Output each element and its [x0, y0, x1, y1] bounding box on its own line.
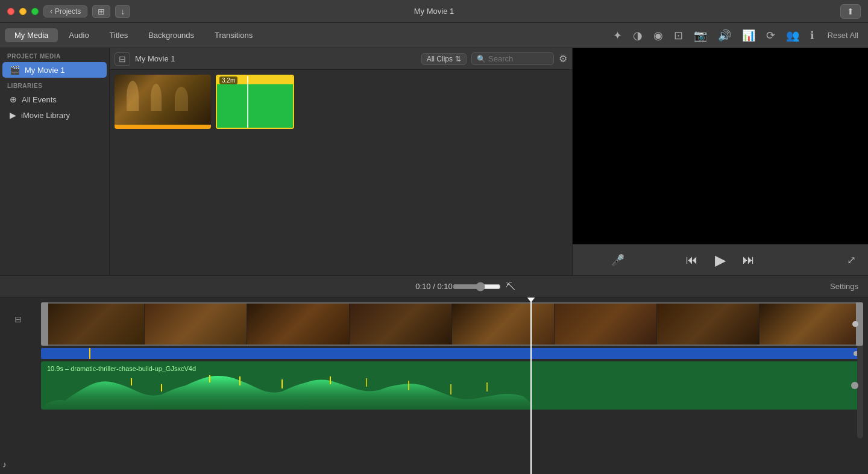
music-waveform [41, 373, 535, 410]
music-note-icon: ♪ [2, 460, 7, 469]
clip-duration-badge: 3.2m [219, 76, 237, 84]
zoom-slider[interactable] [453, 282, 501, 292]
clip-filter-dropdown[interactable]: All Clips ⇅ [421, 53, 467, 65]
timeline-time-display: 0:10 / 0:10 [415, 282, 452, 291]
track-end-dot [852, 321, 858, 327]
tab-audio[interactable]: Audio [59, 28, 98, 42]
view-toggle-button[interactable]: ⊞ [92, 5, 110, 18]
titlebar: ‹ Projects ⊞ ↓ My Movie 1 ⬆ [0, 0, 868, 23]
timeline-header: 0:10 / 0:10 ⛏ Settings [0, 276, 868, 298]
expand-icon: ⤢ [847, 254, 856, 266]
chart-icon[interactable]: 📊 [740, 28, 758, 43]
audio-tick [89, 348, 90, 359]
all-clips-label: All Clips [427, 55, 453, 63]
sidebar-project-name: My Movie 1 [25, 66, 64, 75]
download-button[interactable]: ↓ [115, 5, 130, 18]
layout-icon: ⊟ [119, 54, 126, 64]
video-frame-7 [657, 304, 760, 345]
magic-wand-icon[interactable]: ✦ [611, 28, 624, 43]
music-track[interactable]: 10.9s – dramatic-thriller-chase-build-up… [41, 361, 863, 410]
crop-icon[interactable]: ⊡ [671, 28, 685, 43]
skip-forward-icon: ⏭ [743, 253, 755, 266]
contrast-icon[interactable]: ◑ [631, 28, 645, 43]
tab-transitions[interactable]: Transitions [205, 28, 262, 42]
people-icon[interactable]: 👥 [784, 28, 802, 43]
playhead[interactable] [530, 298, 532, 474]
chevron-left-icon: ‹ [50, 7, 52, 16]
video-frame-1 [42, 304, 145, 345]
libraries-label: LIBRARIES [0, 78, 109, 92]
tab-my-media[interactable]: My Media [5, 28, 58, 42]
filter-settings-button[interactable]: ⚙ [559, 53, 567, 64]
volume-icon[interactable]: 🔊 [715, 28, 734, 43]
layout-toggle-button[interactable]: ⊟ [115, 52, 130, 66]
camera-icon[interactable]: 📷 [691, 28, 709, 43]
preview-controls: 🎤 ⏮ ▶ ⏭ ⤢ [573, 244, 868, 275]
clip-progress-line [247, 76, 248, 128]
tab-backgrounds[interactable]: Backgrounds [139, 28, 204, 42]
video-frame-8 [760, 304, 862, 345]
color-wheel-icon[interactable]: ◉ [651, 28, 665, 43]
imovie-library-label: iMovie Library [21, 111, 70, 120]
reset-all-button[interactable]: Reset All [828, 31, 858, 40]
clock-icon[interactable]: ⟳ [764, 28, 778, 43]
music-track-dot [851, 382, 858, 389]
search-icon: 🔍 [477, 55, 486, 63]
main-toolbar: My Media Audio Titles Backgrounds Transi… [0, 23, 868, 48]
skip-back-button[interactable]: ⏮ [684, 251, 700, 269]
preview-area: 🎤 ⏮ ▶ ⏭ ⤢ [573, 48, 868, 275]
download-icon: ↓ [121, 7, 125, 16]
playhead-head [526, 298, 536, 302]
share-button[interactable]: ⬆ [840, 4, 861, 19]
track-handle-left[interactable] [41, 302, 48, 346]
video-frame-2 [145, 304, 247, 345]
sidebar-item-all-events[interactable]: ⊕ All Events [2, 92, 107, 107]
sidebar-item-imovie-library[interactable]: ▶ iMovie Library [2, 107, 107, 123]
track-ctrl-icon: ⊟ [14, 314, 22, 324]
projects-label: Projects [55, 7, 81, 16]
sidebar: PROJECT MEDIA 🎬 My Movie 1 LIBRARIES ⊕ A… [0, 48, 110, 275]
video-frame-5 [452, 304, 555, 345]
play-icon: ▶ [715, 252, 726, 268]
audio-sync-bar [41, 348, 863, 359]
microphone-button[interactable]: 🎤 [609, 251, 627, 269]
skip-back-icon: ⏮ [686, 253, 698, 266]
video-track [36, 302, 868, 346]
preview-viewport [573, 48, 868, 244]
video-frame-3 [247, 304, 350, 345]
media-browser: ⊟ My Movie 1 All Clips ⇅ 🔍 ⚙ [110, 48, 573, 275]
gear-icon: ⚙ [559, 54, 567, 64]
video-frame-6 [555, 304, 657, 345]
window-title: My Movie 1 [414, 7, 454, 16]
media-clip-1[interactable] [115, 75, 211, 129]
projects-button[interactable]: ‹ Projects [43, 5, 87, 17]
close-button[interactable] [7, 8, 14, 15]
grid-icon: ⊞ [98, 7, 105, 16]
search-box: 🔍 [471, 52, 554, 65]
fullscreen-button[interactable]: ⤢ [844, 251, 858, 269]
tab-titles[interactable]: Titles [100, 28, 138, 42]
search-input[interactable] [488, 54, 549, 63]
info-icon[interactable]: ℹ [808, 28, 817, 43]
project-media-label: PROJECT MEDIA [0, 48, 109, 62]
timeline-tracks: 10.9s – dramatic-thriller-chase-build-up… [36, 302, 868, 410]
media-browser-toolbar: ⊟ My Movie 1 All Clips ⇅ 🔍 ⚙ [110, 48, 572, 70]
minimize-button[interactable] [19, 8, 27, 15]
media-project-title: My Movie 1 [135, 54, 175, 63]
play-button[interactable]: ▶ [712, 249, 728, 271]
film-icon: 🎬 [10, 65, 20, 75]
media-clip-2[interactable]: 3.2m [216, 75, 294, 129]
fullscreen-button[interactable] [31, 8, 39, 15]
video-track-inner[interactable] [41, 302, 863, 346]
nav-tabs: My Media Audio Titles Backgrounds Transi… [0, 23, 262, 48]
traffic-lights [7, 8, 39, 15]
chevron-right-icon: ▶ [10, 110, 16, 120]
timeline-body: ⊟ [0, 298, 868, 474]
skip-forward-button[interactable]: ⏭ [740, 251, 757, 269]
all-events-label: All Events [22, 95, 57, 104]
timeline-area: 0:10 / 0:10 ⛏ Settings ⊟ [0, 275, 868, 474]
music-track-label: 10.9s – dramatic-thriller-chase-build-up… [47, 365, 196, 372]
sidebar-item-my-movie[interactable]: 🎬 My Movie 1 [2, 62, 107, 78]
timeline-settings-label[interactable]: Settings [830, 282, 858, 291]
video-frame-4 [350, 304, 452, 345]
